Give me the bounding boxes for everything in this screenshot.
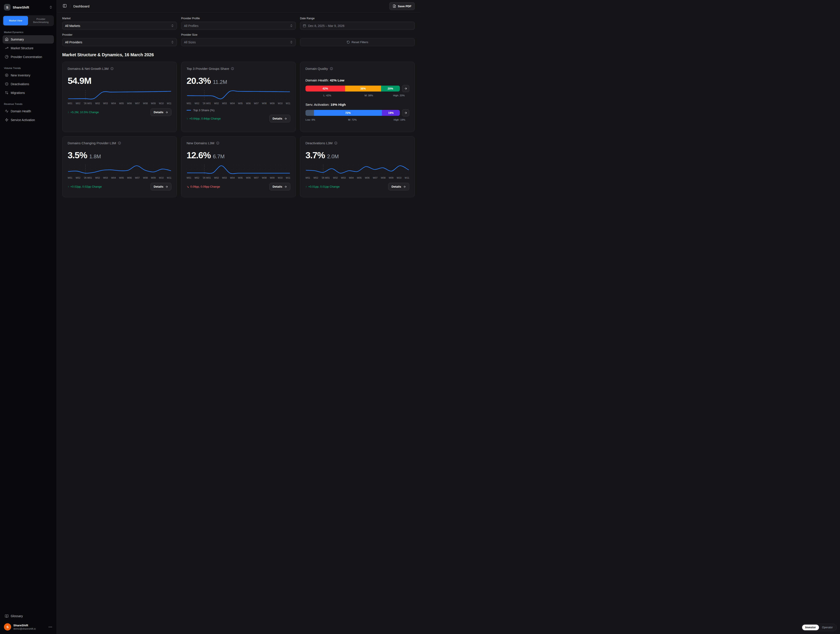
- spark-tick-label: W03: [341, 177, 346, 179]
- card-value: 54.9M: [68, 76, 91, 85]
- domain-health-bar-labels: L: 42%M: 38%High: 20%: [305, 94, 409, 97]
- filter-provider-profile-label: Provider Profile: [181, 17, 296, 20]
- sidebar: S ShareShift Market View Provider Benchm…: [0, 0, 57, 317]
- market-select[interactable]: All Markets: [62, 22, 177, 30]
- info-icon[interactable]: [330, 67, 333, 70]
- spark-tick-label: W08: [262, 177, 267, 179]
- chart-legend: Top 3 Share (%): [186, 109, 291, 112]
- details-button[interactable]: Details: [150, 108, 172, 116]
- spark-tick-label: W52: [76, 102, 81, 105]
- sparkline-x-labels: W51W52'26 W01W02W03W04W05W06W07W08W09W10…: [305, 177, 409, 179]
- spark-tick-label: W02: [95, 177, 100, 179]
- provider-size-select[interactable]: All Sizes: [181, 38, 296, 46]
- change-indicator: ↑ +0.64pp, 0.64pp Change: [186, 117, 221, 120]
- sidebar-item-label: Service Activation: [11, 118, 35, 122]
- spark-tick-label: W05: [119, 102, 124, 105]
- service-activation-bar-labels: Low: 9%M: 72%High: 19%: [305, 118, 409, 121]
- arrow-up-icon: ↑: [186, 117, 188, 120]
- card-domains-changing-provider: Domains Changing Provider L3M 3.5% 1.8M …: [62, 136, 177, 197]
- spark-tick-label: W07: [135, 102, 140, 105]
- sidebar-toggle-button[interactable]: [62, 4, 67, 8]
- filter-provider-size-label: Provider Size: [181, 33, 296, 36]
- view-tabs: Market View Provider Benchmarking: [3, 15, 54, 26]
- section-title: Market Structure & Dynamics, 16 March 20…: [62, 52, 415, 57]
- main-area: Dashboard Save PDF Market All Markets Pr…: [57, 0, 420, 317]
- arrow-right-icon: [403, 185, 406, 188]
- spark-tick-label: W08: [143, 177, 148, 179]
- sidebar-item-label: Market Structure: [11, 46, 33, 50]
- sparkline-x-labels: W51W52'26 W01W02W03W04W05W06W07W08W09W10…: [186, 102, 291, 105]
- reset-filters-button[interactable]: Reset Filters: [300, 38, 415, 46]
- sidebar-item-summary[interactable]: Summary: [3, 35, 54, 44]
- sparkline-chart: [68, 90, 172, 100]
- sidebar-item-new-inventory[interactable]: New Inventory: [3, 71, 54, 79]
- spark-tick-label: W09: [270, 177, 275, 179]
- spark-tick-label: W07: [135, 177, 140, 179]
- arrow-right-icon: [165, 185, 168, 188]
- details-button[interactable]: Details: [150, 183, 172, 191]
- card-title: Domains & Net Growth L3M: [68, 67, 109, 71]
- spark-tick-label: '26 W01: [202, 102, 211, 105]
- filter-provider: Provider All Providers: [62, 33, 177, 46]
- chevrons-up-down-icon: [290, 24, 293, 27]
- sidebar-item-domain-health[interactable]: Domain Health: [3, 107, 54, 115]
- sparkline-chart: [68, 164, 172, 175]
- details-button[interactable]: Details: [388, 183, 409, 191]
- domain-health-bar: 42%38%20%: [305, 85, 400, 91]
- spark-tick-label: W02: [333, 177, 338, 179]
- details-label: Details: [392, 185, 401, 188]
- filter-date-range-label: Date Range: [300, 17, 415, 20]
- filter-provider-profile: Provider Profile All Profiles: [181, 17, 296, 30]
- details-label: Details: [273, 185, 282, 188]
- sidebar-item-market-structure[interactable]: Market Structure: [3, 44, 54, 52]
- info-icon[interactable]: [216, 142, 219, 145]
- bar-segment-medium: 38%: [345, 85, 381, 91]
- domain-health-arrow-button[interactable]: [402, 85, 409, 92]
- spark-tick-label: W10: [278, 177, 283, 179]
- info-icon[interactable]: [334, 142, 338, 145]
- details-button[interactable]: Details: [269, 115, 291, 122]
- provider-select-value: All Providers: [65, 41, 169, 44]
- spark-tick-label: W10: [278, 102, 283, 105]
- sidebar-item-label: Domain Health: [11, 109, 31, 113]
- tab-provider-benchmarking[interactable]: Provider Benchmarking: [29, 16, 54, 25]
- details-button[interactable]: Details: [269, 183, 291, 191]
- info-icon[interactable]: [111, 67, 114, 70]
- sidebar-item-service-activation[interactable]: Service Activation: [3, 116, 54, 124]
- tab-market-view[interactable]: Market View: [3, 16, 28, 25]
- spark-tick-label: W11: [167, 102, 172, 105]
- info-icon[interactable]: [231, 67, 234, 70]
- spark-tick-label: W03: [103, 102, 108, 105]
- bar-below-label: M: 38%: [349, 94, 388, 97]
- pie-chart-icon: [5, 55, 8, 59]
- sidebar-item-deactivations[interactable]: Deactivations: [3, 80, 54, 88]
- save-pdf-button[interactable]: Save PDF: [389, 2, 415, 10]
- card-domain-quality: Domain Quality Domain Health: 42% Low 42…: [300, 62, 415, 132]
- provider-profile-select[interactable]: All Profiles: [181, 22, 296, 30]
- spark-tick-label: W07: [254, 177, 259, 179]
- card-new-domains: New Domains L3M 12.6% 6.7M W51W52'26 W01…: [181, 136, 296, 197]
- sidebar-item-label: New Inventory: [11, 74, 30, 77]
- service-activation-bar: 72%19%: [305, 110, 400, 116]
- arrow-right-icon: [165, 111, 168, 114]
- service-activation-value: 19% High: [330, 103, 346, 106]
- spark-tick-label: W04: [230, 177, 235, 179]
- card-deactivations: Deactivations L3M 3.7% 2.0M W51W52'26 W0…: [300, 136, 415, 197]
- activity-icon: [5, 109, 8, 113]
- chevrons-up-down-icon: [49, 5, 52, 9]
- date-range-input[interactable]: Dec 8, 2025 – Mar 9, 2026: [300, 22, 415, 30]
- card-domains-net-growth: Domains & Net Growth L3M 54.9M W51W52'26…: [62, 62, 177, 132]
- spark-tick-label: W07: [373, 177, 378, 179]
- service-activation-arrow-button[interactable]: [402, 109, 409, 117]
- topbar-left: Dashboard: [62, 4, 89, 8]
- spark-tick-label: W06: [246, 102, 251, 105]
- sidebar-item-label: Deactivations: [11, 82, 29, 86]
- sidebar-item-provider-concentration[interactable]: Provider Concentration: [3, 53, 54, 61]
- info-icon[interactable]: [118, 142, 121, 145]
- filter-date-range: Date Range Dec 8, 2025 – Mar 9, 2026: [300, 17, 415, 30]
- sidebar-item-migrations[interactable]: Migrations: [3, 89, 54, 97]
- workspace-name: ShareShift: [13, 5, 47, 9]
- workspace-switcher[interactable]: S ShareShift: [3, 3, 54, 11]
- provider-select[interactable]: All Providers: [62, 38, 177, 46]
- arrow-right-icon: [404, 87, 407, 90]
